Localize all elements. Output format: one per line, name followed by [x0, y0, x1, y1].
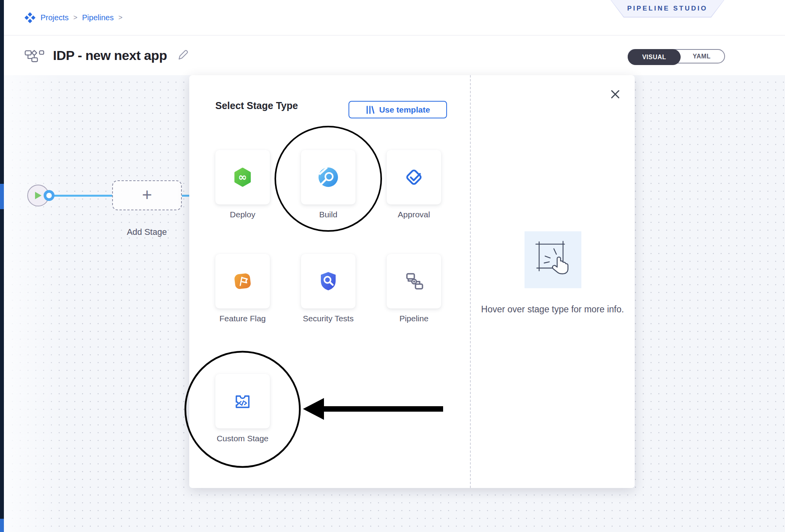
- panel-heading: Select Stage Type: [215, 100, 298, 111]
- hover-info-hint: Hover over stage type for more info.: [478, 303, 627, 315]
- page-title: IDP - new next app: [53, 48, 167, 63]
- pipeline-chain-icon: [403, 270, 425, 292]
- stage-label-approval: Approval: [378, 208, 450, 220]
- stage-label-feature-flag: Feature Flag: [213, 312, 272, 324]
- edge-connector: [182, 195, 190, 197]
- approval-check-icon: [403, 166, 425, 188]
- hover-info-illustration: [525, 231, 581, 288]
- stage-card-security-tests[interactable]: [301, 254, 356, 308]
- security-shield-icon: [317, 270, 339, 292]
- stage-label-custom-stage: Custom Stage: [213, 432, 272, 444]
- connector-port[interactable]: [44, 190, 55, 201]
- close-button[interactable]: [608, 87, 622, 101]
- plus-icon: +: [142, 186, 152, 203]
- stage-label-build: Build: [292, 208, 364, 220]
- use-template-label: Use template: [379, 105, 430, 115]
- projects-logo-icon[interactable]: [24, 12, 36, 23]
- use-template-button[interactable]: Use template: [348, 101, 447, 118]
- stage-card-feature-flag[interactable]: [215, 254, 270, 308]
- breadcrumb-separator: >: [118, 14, 123, 22]
- stage-label-deploy: Deploy: [207, 208, 278, 220]
- toggle-yaml[interactable]: YAML: [679, 50, 724, 63]
- breadcrumb-pipelines[interactable]: Pipelines: [82, 13, 114, 22]
- stage-label-pipeline: Pipeline: [378, 312, 450, 324]
- stage-card-deploy[interactable]: ∞: [215, 150, 270, 204]
- pipeline-studio-badge: PIPELINE STUDIO: [611, 0, 724, 18]
- breadcrumb-projects[interactable]: Projects: [40, 13, 69, 22]
- stage-card-build[interactable]: [301, 150, 356, 204]
- add-stage-label: Add Stage: [108, 227, 186, 237]
- deploy-cd-icon: ∞: [232, 166, 253, 188]
- stage-card-pipeline[interactable]: [387, 254, 441, 308]
- edit-title-pencil-icon[interactable]: [177, 49, 189, 62]
- template-library-icon: [366, 105, 375, 115]
- close-x-icon: [610, 89, 620, 99]
- pipeline-studio-badge-label: PIPELINE STUDIO: [611, 0, 724, 17]
- hand-click-sketch-icon: [530, 237, 576, 283]
- stage-card-approval[interactable]: [387, 150, 441, 204]
- custom-stage-icon: [232, 390, 253, 412]
- stage-label-security-tests: Security Tests: [299, 312, 357, 324]
- toggle-visual[interactable]: VISUAL: [628, 49, 681, 65]
- breadcrumb-separator: >: [73, 14, 77, 22]
- left-nav-rail[interactable]: [0, 0, 4, 532]
- rail-active-indicator: [0, 184, 4, 209]
- view-mode-toggle: VISUAL YAML: [628, 49, 725, 63]
- select-stage-type-panel: Select Stage Type Use template ∞: [189, 75, 635, 488]
- rail-scroll-indicator: [0, 519, 4, 532]
- feature-flag-icon: [232, 270, 253, 292]
- pipeline-graph-icon: [24, 48, 44, 64]
- breadcrumb: Projects > Pipelines >: [24, 12, 122, 23]
- edge-connector: [54, 195, 113, 197]
- play-icon: [34, 191, 42, 200]
- add-stage-node[interactable]: +: [112, 180, 182, 210]
- panel-divider: [470, 75, 471, 488]
- build-ci-icon: [317, 166, 339, 188]
- svg-text:∞: ∞: [238, 171, 247, 183]
- stage-card-custom-stage[interactable]: [215, 374, 270, 428]
